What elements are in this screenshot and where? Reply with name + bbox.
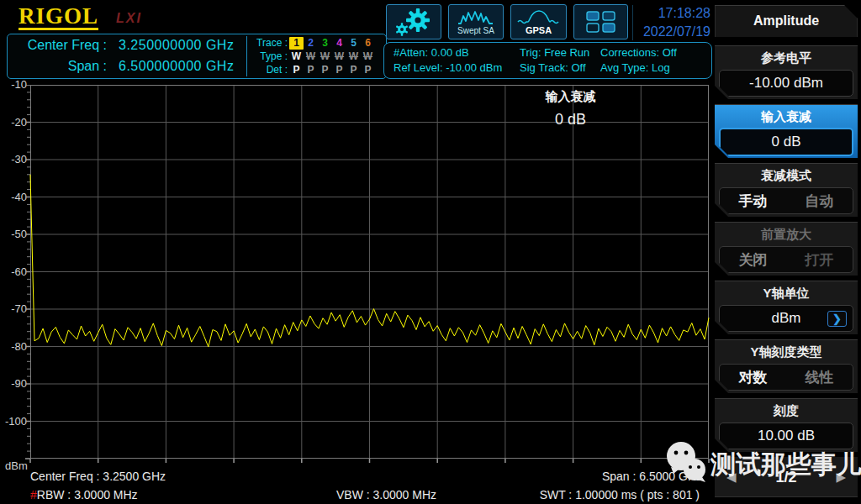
window-layout-button[interactable] — [573, 4, 628, 39]
ref-level-status: Ref Level: -10.00 dBm — [394, 60, 502, 76]
sweep-status-panel: #Atten: 0.00 dB Ref Level: -10.00 dBm Tr… — [383, 42, 712, 79]
trace-number-badge: 2 — [304, 37, 318, 50]
gpsa-button-label: GPSA — [526, 26, 552, 35]
footer-center-freq: Center Freq : 3.2500 GHz — [30, 470, 166, 483]
trace-status-panel: Trace : 123456 Type : WWWWWW Det : PPPPP… — [246, 36, 388, 76]
input-atten-label: 输入衰减 — [715, 104, 858, 129]
y-axis-label: -90 — [0, 377, 27, 390]
softkey-preamp: 前置放大 关闭 打开 — [715, 222, 858, 276]
spectrum-plot — [24, 85, 710, 465]
gear-icon — [394, 8, 433, 36]
y-axis-label: -70 — [0, 302, 27, 315]
trace-det-cell: P — [346, 64, 361, 76]
status-col-trig: Trig: Free Run Sig Track: Off — [520, 45, 589, 76]
trace-number-badge: 3 — [318, 37, 332, 50]
y-axis-label: -20 — [0, 116, 27, 129]
trace-det-cell: P — [289, 64, 304, 76]
menu-title-amplitude: Amplitude — [715, 5, 858, 37]
trace-det-cell: P — [361, 64, 375, 76]
trace-det-cell: P — [304, 64, 318, 76]
trace-type-cell: W — [346, 50, 361, 63]
frequency-info-panel: Center Freq : 3.250000000 GHz Span : 6.5… — [7, 34, 387, 79]
span-value: 6.500000000 GHz — [119, 56, 234, 76]
topbar-divider — [632, 5, 633, 40]
swept-trace-icon — [457, 9, 494, 26]
trace-numbers: 123456 — [289, 37, 375, 50]
footer-rbw: #RBW : 3.0000 MHz — [30, 488, 138, 501]
clock: 17:18:28 2022/07/19 — [639, 4, 710, 41]
footer-vbw: VBW : 3.0000 MHz — [336, 488, 436, 501]
trace-number-badge: 5 — [346, 37, 361, 50]
y-axis-label: -50 — [0, 228, 27, 240]
sig-track-status: Sig Track: Off — [520, 60, 589, 76]
corrections-status: Corrections: Off — [600, 45, 677, 60]
popup-parameter-value: 0 dB — [501, 111, 640, 129]
scale-linear-option[interactable]: 线性 — [806, 368, 834, 387]
trace-types: WWWWWW — [289, 50, 375, 63]
swept-sa-button-label: Swept SA — [457, 26, 494, 35]
y-unit-value: dBm ❯ — [719, 305, 853, 332]
system-settings-button[interactable] — [386, 4, 441, 39]
swept-sa-mode-button[interactable]: Swept SA — [448, 4, 504, 39]
softkey-scale-div[interactable]: 刻度 10.00 dB — [715, 398, 858, 452]
layout-grid-icon — [584, 9, 618, 34]
trace-dets-row: Det : PPPPPP — [251, 64, 388, 76]
gpsa-mode-button[interactable]: GPSA — [510, 4, 567, 39]
parameter-popup: 输入衰减 0 dB — [501, 89, 640, 129]
y-unit-label: Y轴单位 — [715, 281, 858, 305]
trace-type-cell: W — [318, 50, 332, 63]
atten-mode-auto-option[interactable]: 自动 — [806, 192, 834, 211]
center-freq-value: 3.250000000 GHz — [119, 35, 234, 55]
wechat-icon — [663, 440, 713, 487]
lxi-badge: LXI — [116, 11, 142, 26]
trace-type-cell: W — [332, 50, 346, 63]
trace-number-badge: 1 — [289, 37, 304, 50]
trace-det-cell: P — [332, 64, 346, 76]
det-row-label: Det : — [251, 64, 288, 76]
softkey-ref-level[interactable]: 参考电平 -10.00 dBm — [715, 45, 858, 99]
trace-numbers-row: Trace : 123456 — [251, 37, 388, 50]
status-col-corrections: Corrections: Off Avg Type: Log — [600, 45, 677, 76]
type-row-label: Type : — [251, 50, 288, 63]
popup-parameter-name: 输入衰减 — [501, 89, 640, 105]
input-atten-value: 0 dB — [719, 128, 853, 156]
avg-type-status: Avg Type: Log — [600, 60, 677, 76]
atten-mode-manual-option[interactable]: 手动 — [739, 192, 768, 211]
y-axis-label: -30 — [0, 153, 27, 165]
trace-type-cell: W — [361, 50, 375, 63]
scale-log-option[interactable]: 对数 — [739, 368, 768, 387]
softkey-atten-mode[interactable]: 衰减模式 手动 自动 — [715, 163, 858, 217]
y-unit-text: dBm — [772, 310, 801, 327]
trace-types-row: Type : WWWWWW — [251, 50, 388, 63]
scale-div-label: 刻度 — [715, 398, 858, 423]
trace-type-cell: W — [304, 50, 318, 63]
watermark-text: 测试那些事儿 — [710, 448, 861, 482]
softkey-input-atten[interactable]: 输入衰减 0 dB — [715, 104, 858, 158]
ref-level-value: -10.00 dBm — [719, 70, 853, 97]
atten-mode-toggle[interactable]: 手动 自动 — [719, 187, 853, 214]
atten-status: #Atten: 0.00 dB — [394, 45, 502, 60]
preamp-off-option: 关闭 — [739, 250, 768, 270]
trace-type-cell: W — [289, 50, 304, 63]
trig-status: Trig: Free Run — [520, 45, 589, 60]
softkey-menu: Amplitude 参考电平 -10.00 dBm 输入衰减 0 dB 衰减模式… — [713, 0, 861, 504]
submenu-chevron-icon[interactable]: ❯ — [827, 311, 847, 327]
footer-swt: SWT : 1.00000 ms ( pts : 801 ) — [540, 488, 700, 501]
y-axis-label: -40 — [0, 191, 27, 203]
trace-row-label: Trace : — [251, 37, 288, 50]
status-col-atten: #Atten: 0.00 dB Ref Level: -10.00 dBm — [394, 45, 502, 76]
y-axis-label: -100 — [0, 415, 27, 428]
time-text: 17:18:28 — [639, 4, 710, 23]
trace-dets: PPPPPP — [289, 64, 375, 76]
softkey-y-unit[interactable]: Y轴单位 dBm ❯ — [715, 281, 858, 334]
gpsa-peak-icon — [517, 9, 561, 26]
softkey-y-scale-type[interactable]: Y轴刻度类型 对数 线性 — [715, 339, 858, 393]
y-axis-label: -10 — [0, 78, 27, 91]
y-axis-labels: -10-20-30-40-50-60-70-80-90-100 — [0, 0, 27, 504]
date-text: 2022/07/19 — [639, 23, 710, 41]
preamp-toggle: 关闭 打开 — [719, 246, 853, 273]
preamp-on-option: 打开 — [806, 250, 834, 270]
scale-div-value: 10.00 dB — [719, 423, 853, 449]
rigol-logo-text: RIGOL — [18, 3, 98, 29]
y-scale-type-toggle[interactable]: 对数 线性 — [719, 364, 853, 391]
